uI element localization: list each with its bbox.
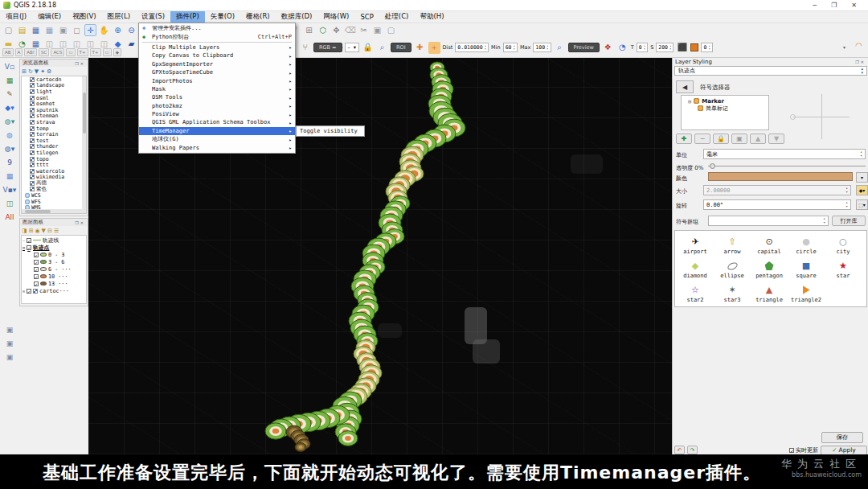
zoom-roi-icon[interactable]: ⌕ — [376, 42, 388, 54]
label-chip-a[interactable]: A — [15, 48, 23, 56]
class-checkbox[interactable]: ✓ — [34, 274, 39, 279]
add-wfs-layer-icon[interactable]: ◍▾ — [3, 143, 16, 154]
new-geometry-icon[interactable]: ✎ — [3, 88, 16, 100]
browser-tree-item[interactable]: wikimedia — [22, 175, 86, 181]
marker-swatch-pentagon[interactable]: pentagon — [751, 257, 788, 281]
menubar-item[interactable]: 矢量(O) — [205, 11, 240, 23]
manage-visibility-icon[interactable]: ◉ — [35, 228, 40, 234]
lock-symbol-button[interactable]: 🔒 — [713, 134, 729, 144]
tile-layer-icon[interactable]: ◫ — [3, 198, 16, 209]
add-group-icon[interactable]: ⊞ — [29, 228, 34, 234]
color-dropdown-button[interactable]: ▾ — [856, 172, 868, 183]
add-text-layer-icon[interactable]: 9 — [3, 157, 16, 168]
expand-all-icon[interactable]: ⊟ — [47, 228, 52, 234]
symbol-tree[interactable]: ⊟Marker 简单标记 — [681, 95, 769, 130]
layer-checkbox[interactable]: ✓ — [27, 289, 31, 294]
preview-zoom-icon[interactable]: ⌕ — [554, 42, 566, 54]
class-checkbox[interactable]: ✓ — [34, 281, 39, 286]
s-spinbox[interactable]: 200▴▾ — [656, 43, 674, 52]
menubar-item[interactable]: 栅格(R) — [240, 11, 276, 23]
marker-swatch-diamond[interactable]: ◆diamond — [677, 257, 714, 281]
plugins-menu-item[interactable]: 地球仪(G)▸ — [139, 135, 295, 143]
marker-swatch-square[interactable]: ■square — [788, 257, 825, 281]
label-chip-box[interactable]: ▭ — [103, 48, 112, 56]
marker-swatch-capital[interactable]: ⊙capital — [751, 233, 788, 257]
lock-icon[interactable]: 🔒 — [362, 42, 374, 54]
duplicate-symbol-button[interactable]: ▣ — [731, 134, 747, 144]
label-chip-py[interactable]: ◆ — [113, 48, 121, 56]
filter-legend-icon[interactable]: ▼ — [42, 228, 46, 234]
plugins-menu-item[interactable]: ImportPhotos▸ — [139, 76, 295, 84]
dist-spinbox[interactable]: 0.010000▴▾ — [455, 43, 489, 52]
zoom-in-icon[interactable]: ⊕ — [112, 24, 124, 36]
layers-tree[interactable]: —✓ 轨迹线 ⊟✓ 轨迹点 ✓0 - 3✓3 - 6✓6 - ···✓10 ··… — [21, 235, 87, 304]
styling-dock-buttons[interactable]: ❐✕ — [855, 60, 866, 64]
layer-row-points[interactable]: ⊟✓ 轨迹点 — [23, 244, 86, 251]
browser-tree-item[interactable]: 高德 — [22, 180, 86, 187]
layer-checkbox[interactable]: ✓ — [27, 238, 31, 243]
menubar-item[interactable]: 数据库(D) — [276, 11, 318, 23]
open-project-icon[interactable]: ▤ — [16, 24, 28, 36]
menubar-item[interactable]: 设置(S) — [136, 11, 170, 23]
browser-tree-item[interactable]: strava — [22, 119, 86, 125]
move-down-button[interactable]: ▼ — [768, 134, 784, 144]
properties-icon[interactable]: ⚙ — [47, 68, 51, 75]
menubar-item[interactable]: 图层(L) — [102, 11, 136, 23]
open-library-button[interactable]: 打开库 — [832, 216, 866, 226]
menubar-item[interactable]: 处理(C) — [379, 11, 415, 23]
browser-tree[interactable]: cartocdnlandscapelightosmlosmhotsputniks… — [21, 76, 87, 214]
copy-features-icon[interactable]: ▣ — [371, 24, 383, 36]
layer-class-row[interactable]: ✓10 ··· — [23, 273, 86, 280]
layer-row-basemap[interactable]: ⊞✓ cartoc··· — [23, 287, 86, 294]
back-button[interactable]: ◀ — [676, 80, 694, 93]
preview-button[interactable]: Preview — [568, 43, 600, 52]
min-spinbox[interactable]: 60▴▾ — [503, 43, 518, 52]
plugins-menu-item[interactable]: Copy Canvas to Clipboard▸ — [139, 51, 295, 60]
t-spinbox[interactable]: 0▴▾ — [637, 43, 648, 52]
label-chip-acs[interactable]: ACS — [51, 48, 64, 56]
plugins-menu-item[interactable]: Walking Papers▸ — [139, 143, 295, 151]
styling-layer-combo[interactable]: 轨迹点 ▴▾ — [674, 66, 867, 76]
new-project-icon[interactable]: ▢ — [2, 24, 14, 36]
browser-tree-item[interactable]: tilegen — [22, 150, 86, 156]
label-chip-tdark[interactable]: T+ — [90, 48, 101, 56]
class-checkbox[interactable]: ✓ — [34, 260, 39, 265]
max-spinbox[interactable]: 100▴▾ — [533, 43, 551, 52]
layers-panel-buttons[interactable]: ❐✕ — [75, 220, 85, 225]
size-spinbox[interactable]: 2.00000▴▾ — [703, 185, 851, 195]
unit-combo[interactable]: 毫米▴▾ — [703, 149, 866, 159]
opacity-slider[interactable] — [708, 162, 866, 169]
overflow-caret-icon[interactable]: ▾ — [838, 41, 850, 53]
camera-tool-icon-3[interactable]: ▣ — [3, 351, 16, 363]
minimize-button[interactable]: ─ — [813, 2, 817, 9]
save-project-icon[interactable]: ▦ — [30, 24, 42, 36]
add-wcs-layer-icon[interactable]: ◍ — [3, 129, 16, 141]
composer-manager-icon[interactable]: ◻ — [71, 24, 83, 36]
marker-swatch-star3[interactable]: ✶star3 — [714, 281, 751, 306]
class-checkbox[interactable]: ✓ — [34, 253, 39, 257]
live-update-checkbox[interactable]: ✓实时更新 — [789, 446, 818, 454]
node-tool-icon[interactable]: ⊞ — [303, 24, 315, 36]
browser-hscrollbar[interactable] — [22, 209, 86, 213]
ink-icon[interactable]: ⬛ — [676, 42, 688, 54]
marker-swatch-arrow[interactable]: ⇧arrow — [714, 233, 751, 257]
marker-swatch-triangle2[interactable]: triangle2 — [788, 281, 825, 306]
close-button[interactable]: ✕ — [851, 2, 857, 9]
browser-tree-item[interactable]: terrain — [22, 131, 86, 138]
add-db-layer-icon[interactable]: ◆▾ — [3, 102, 16, 113]
color-button[interactable] — [708, 172, 853, 181]
toggle-visibility-item[interactable]: Toggle visibility — [297, 126, 364, 136]
pliers-icon[interactable]: ⑂ — [299, 42, 311, 54]
label-chip-ab[interactable]: AB — [2, 48, 14, 56]
symbol-group-combo[interactable]: ▴▾ — [708, 216, 829, 226]
class-color-swatch[interactable] — [690, 43, 698, 51]
roi-button[interactable]: ROI — [391, 43, 411, 52]
layer-class-row[interactable]: ✓3 - 6 — [23, 258, 86, 265]
browser-tree-item[interactable]: topo — [22, 156, 86, 162]
cut-icon[interactable]: ✂ — [358, 24, 370, 36]
menubar-item[interactable]: 项目(J) — [0, 11, 32, 23]
add-raster-layer-icon[interactable]: ▦ — [3, 75, 16, 86]
band-combo[interactable]: –▾ — [345, 43, 360, 52]
browser-tree-item[interactable]: light — [22, 88, 86, 95]
open-layer-styling-icon[interactable]: ◨ — [22, 228, 27, 234]
